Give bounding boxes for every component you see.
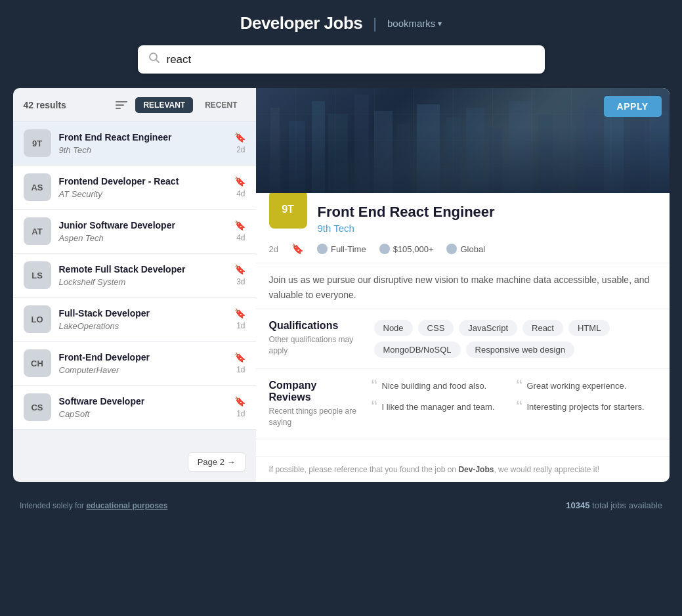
bookmark-icon[interactable]: 🔖 (234, 396, 245, 407)
qualifications-title: Qualifications (269, 320, 361, 332)
sort-icon[interactable] (116, 100, 129, 110)
job-company: LakeOperations (59, 321, 226, 331)
job-title: Front-End Developer (59, 351, 226, 363)
tab-relevant[interactable]: RELEVANT (135, 97, 193, 113)
bookmark-icon[interactable]: 🔖 (234, 264, 245, 275)
job-meta: 🔖 1d (234, 396, 245, 418)
skill-tag: HTML (568, 320, 610, 336)
job-age: 1d (236, 409, 245, 418)
list-item[interactable]: CH Front-End Developer ComputerHaver 🔖 1… (13, 341, 256, 385)
skyline-gradient (256, 127, 670, 193)
apply-button[interactable]: APPLY (604, 96, 662, 117)
header-divider: | (373, 15, 377, 32)
job-meta: 🔖 2d (234, 132, 245, 154)
list-item[interactable]: LS Remote Full Stack Developer Lockshelf… (13, 253, 256, 297)
job-meta: 🔖 3d (234, 264, 245, 286)
avatar: LS (24, 261, 51, 289)
qualifications-section: Qualifications Other qualifications may … (256, 309, 670, 369)
job-title: Junior Software Developer (59, 219, 226, 231)
footer-left: Intended solely for educational purposes (20, 501, 167, 510)
bookmark-icon[interactable]: 🔖 (234, 220, 245, 231)
job-list-panel: 42 results RELEVANT RECENT 9T Front End … (13, 88, 256, 482)
search-bar (138, 45, 545, 74)
job-age: 2d (236, 145, 245, 154)
job-company: Aspen Tech (59, 233, 226, 243)
app-title: Developer Jobs (240, 13, 363, 33)
job-hero-image: APPLY (256, 88, 670, 193)
job-detail-company: 9th Tech (318, 223, 656, 234)
search-input[interactable] (167, 53, 534, 66)
review-item: I liked the manager and team. (374, 401, 511, 414)
qualifications-label: Qualifications Other qualifications may … (269, 320, 361, 358)
job-reference: If possible, please reference that you f… (256, 456, 670, 482)
skill-tag: React (522, 320, 563, 336)
job-company: AT Security (59, 189, 226, 199)
bookmark-icon[interactable]: 🔖 (234, 176, 245, 187)
job-meta: 🔖 4d (234, 220, 245, 242)
reviews-title: Company Reviews (269, 380, 361, 403)
list-item[interactable]: AT Junior Software Developer Aspen Tech … (13, 209, 256, 253)
employment-icon (317, 244, 328, 254)
skill-tags: NodeCSSJavaScriptReactHTMLMongoDB/NoSQLR… (374, 320, 656, 358)
avatar: CS (24, 393, 51, 421)
salary-icon (379, 244, 390, 254)
bookmarks-button[interactable]: bookmarks (387, 18, 442, 29)
skill-tag: MongoDB/NoSQL (374, 341, 461, 358)
job-age: 3d (236, 277, 245, 286)
location-icon (446, 244, 457, 254)
reviews-section: Company Reviews Recent things people are… (256, 369, 670, 439)
job-detail-panel: APPLY 9T Front End React Engineer 9th Te… (256, 88, 670, 482)
bookmark-detail-icon[interactable]: 🔖 (291, 243, 304, 255)
job-age-detail: 2d (269, 244, 278, 254)
qualifications-content: NodeCSSJavaScriptReactHTMLMongoDB/NoSQLR… (374, 320, 656, 358)
reviews-label: Company Reviews Recent things people are… (269, 380, 361, 428)
company-badge: 9T (269, 190, 307, 229)
job-info: Front-End Developer ComputerHaver (59, 351, 226, 374)
reference-suffix: , we would really appreciate it! (494, 465, 599, 474)
total-jobs-count: 10345 (566, 500, 589, 510)
skill-tag: JavaScript (459, 320, 517, 336)
next-page-button[interactable]: Page 2 → (188, 452, 245, 472)
job-info: Junior Software Developer Aspen Tech (59, 219, 226, 242)
reviews-content: Nice building and food also.Great workin… (374, 380, 656, 428)
skill-tag: Responsive web design (466, 341, 574, 358)
skill-tag: CSS (418, 320, 454, 336)
avatar: CH (24, 349, 51, 377)
job-meta: 🔖 4d (234, 176, 245, 198)
job-info: Frontend Developer - React AT Security (59, 175, 226, 198)
job-info: Front End React Engineer 9th Tech (59, 131, 226, 154)
reviews-grid: Nice building and food also.Great workin… (374, 380, 656, 413)
avatar: AT (24, 217, 51, 245)
reviews-subtitle: Recent things people are saying (269, 406, 361, 428)
list-item[interactable]: AS Frontend Developer - React AT Securit… (13, 165, 256, 209)
job-company: ComputerHaver (59, 365, 226, 375)
job-description: Join us as we pursue our disruptive new … (256, 263, 670, 309)
pagination: Page 2 → (13, 442, 256, 482)
bookmark-icon[interactable]: 🔖 (234, 308, 245, 319)
job-title: Full-Stack Developer (59, 307, 226, 319)
job-detail-title: Front End React Engineer (318, 204, 656, 221)
bookmark-icon[interactable]: 🔖 (234, 132, 245, 143)
job-info: Remote Full Stack Developer Lockshelf Sy… (59, 263, 226, 286)
tab-recent[interactable]: RECENT (197, 97, 245, 113)
list-header: 42 results RELEVANT RECENT (13, 88, 256, 121)
job-age: 1d (236, 321, 245, 330)
list-item[interactable]: 9T Front End React Engineer 9th Tech 🔖 2… (13, 121, 256, 165)
bookmark-icon[interactable]: 🔖 (234, 352, 245, 363)
job-company: 9th Tech (59, 145, 226, 155)
review-item: Interesting projects for starters. (519, 401, 656, 414)
employment-type-tag: Full-Time (317, 244, 366, 254)
job-title: Remote Full Stack Developer (59, 263, 226, 275)
avatar: LO (24, 305, 51, 333)
results-count: 42 results (24, 100, 66, 110)
review-item: Nice building and food also. (374, 380, 511, 393)
review-item: Great working experience. (519, 380, 656, 393)
job-info: Software Developer CapSoft (59, 395, 226, 418)
list-item[interactable]: LO Full-Stack Developer LakeOperations 🔖… (13, 297, 256, 341)
list-item[interactable]: CS Software Developer CapSoft 🔖 1d (13, 385, 256, 429)
job-meta: 🔖 1d (234, 308, 245, 330)
main-layout: 42 results RELEVANT RECENT 9T Front End … (13, 88, 670, 482)
job-title-wrap: Front End React Engineer 9th Tech (318, 204, 656, 234)
job-title: Software Developer (59, 395, 226, 407)
reference-prefix: If possible, please reference that you f… (269, 465, 459, 474)
